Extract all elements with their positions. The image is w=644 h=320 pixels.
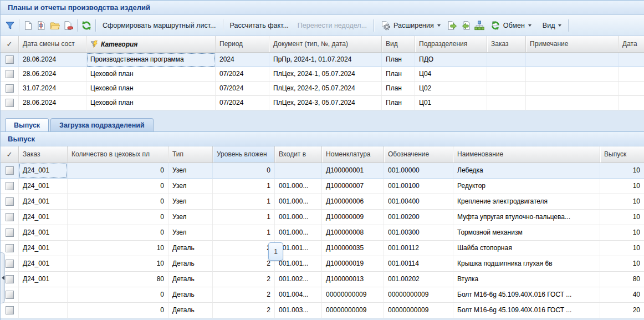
- table-cell[interactable]: 2: [213, 241, 275, 256]
- table-cell[interactable]: 001.00300: [384, 225, 453, 241]
- table-row[interactable]: Д24_0010Узел0Д100000001001.00000Лебедка1…: [1, 163, 644, 179]
- table-row[interactable]: 31.07.2024Цеховой план07/2024ПлЦех, 2024…: [1, 82, 644, 96]
- extensions-button[interactable]: Расширения: [376, 18, 445, 33]
- tab-zagruzka-podrazdeleniy[interactable]: Загрузка подразделений: [50, 118, 154, 131]
- table-cell[interactable]: 10: [600, 194, 644, 210]
- table-cell[interactable]: План: [382, 53, 415, 67]
- table-cell[interactable]: Д24_001: [19, 163, 68, 179]
- hierarchy-button[interactable]: [473, 18, 486, 33]
- table-row[interactable]: Д24_00110Деталь2001.001...Д100000035001.…: [1, 241, 644, 256]
- table-cell[interactable]: 0: [68, 225, 168, 241]
- table-cell[interactable]: Д24_001: [19, 241, 68, 256]
- column-header[interactable]: Заказ: [19, 146, 68, 162]
- table-cell[interactable]: Д100000007: [322, 179, 384, 194]
- table-cell[interactable]: Цеховой план: [86, 82, 216, 96]
- table-cell[interactable]: [526, 96, 619, 110]
- table-cell[interactable]: Д100000001: [322, 163, 384, 179]
- column-header[interactable]: Документ (тип, №, дата): [269, 36, 382, 52]
- table-cell[interactable]: Д100000019: [322, 256, 384, 272]
- table-cell[interactable]: [487, 53, 526, 67]
- table-cell[interactable]: 07/2024: [216, 96, 269, 110]
- table-cell[interactable]: [275, 163, 322, 179]
- table-cell[interactable]: [487, 96, 526, 110]
- table-cell[interactable]: 00000000009: [384, 303, 453, 318]
- row-checkbox[interactable]: [6, 166, 14, 175]
- table-cell[interactable]: 28.06.2024: [19, 67, 86, 82]
- table-cell[interactable]: 28.06.2024: [19, 96, 86, 110]
- table-cell[interactable]: 0: [68, 163, 168, 179]
- table-cell[interactable]: 001.002...: [275, 272, 322, 287]
- table-cell[interactable]: 001.000...: [275, 210, 322, 225]
- table-row[interactable]: Д24_00110Деталь2001.001...Д100000019001.…: [1, 256, 644, 272]
- table-cell[interactable]: 0: [213, 163, 275, 179]
- row-checkbox[interactable]: [6, 84, 14, 93]
- table-cell[interactable]: Производственная программа: [86, 53, 216, 67]
- table-cell[interactable]: 10: [68, 256, 168, 272]
- splitter-collapse-handle[interactable]: [1, 252, 5, 303]
- table-cell[interactable]: [619, 53, 644, 67]
- table-cell[interactable]: 80: [600, 272, 644, 287]
- table-cell[interactable]: 10: [600, 179, 644, 194]
- table-cell[interactable]: 20: [600, 303, 644, 318]
- table-cell[interactable]: Д24_001: [19, 225, 68, 241]
- tab-vypusk[interactable]: Выпуск: [5, 118, 49, 131]
- table-cell[interactable]: Д24_001: [19, 194, 68, 210]
- table-cell[interactable]: Узел: [168, 225, 213, 241]
- table-cell[interactable]: [526, 53, 619, 67]
- table-cell[interactable]: Д24_001: [19, 256, 68, 272]
- column-header[interactable]: Период: [216, 36, 269, 52]
- table-cell[interactable]: 10: [600, 241, 644, 256]
- table-cell[interactable]: 00000000009: [384, 287, 453, 303]
- table-cell[interactable]: План: [382, 82, 415, 96]
- column-header[interactable]: ✓: [1, 146, 19, 162]
- table-cell[interactable]: 001.004...: [275, 287, 322, 303]
- view-button[interactable]: Вид: [538, 18, 566, 33]
- table-cell[interactable]: 2: [213, 272, 275, 287]
- table-cell[interactable]: [19, 287, 68, 303]
- table-cell[interactable]: [619, 67, 644, 82]
- table-cell[interactable]: 001.000...: [275, 194, 322, 210]
- row-checkbox[interactable]: [6, 291, 14, 299]
- import-button[interactable]: [459, 18, 473, 33]
- table-cell[interactable]: ПлЦех, 2024-2, 05.07.2024: [269, 82, 382, 96]
- table-cell[interactable]: Лебедка: [453, 163, 600, 179]
- export-button[interactable]: [445, 18, 459, 33]
- table-cell[interactable]: 001.00112: [384, 241, 453, 256]
- table-cell[interactable]: 001.00100: [384, 179, 453, 194]
- table-row[interactable]: 0Деталь2001.004...0000000000900000000009…: [1, 287, 644, 303]
- table-cell[interactable]: Деталь: [168, 303, 213, 318]
- table-cell[interactable]: Муфта упругая втулочно-пальцева...: [453, 210, 600, 225]
- table-cell[interactable]: 40: [600, 287, 644, 303]
- table-cell[interactable]: Деталь: [168, 241, 213, 256]
- column-header[interactable]: Уровень вложен: [213, 146, 275, 162]
- column-header[interactable]: Обозначение: [384, 146, 453, 162]
- table-row[interactable]: 28.06.2024Цеховой план07/2024ПлЦех, 2024…: [1, 96, 644, 110]
- table-cell[interactable]: Втулка: [453, 272, 600, 287]
- table-cell[interactable]: Деталь: [168, 272, 213, 287]
- column-header[interactable]: Вид: [382, 36, 415, 52]
- table-cell[interactable]: 07/2024: [216, 82, 269, 96]
- table-cell[interactable]: Ц01: [415, 96, 487, 110]
- edit-document-button[interactable]: [35, 18, 48, 33]
- table-cell[interactable]: ПлЦех, 2024-1, 05.07.2024: [269, 67, 382, 82]
- create-route-list-button[interactable]: Сформировать маршрутный лист...: [98, 18, 221, 33]
- column-header[interactable]: Номенклатура: [322, 146, 384, 162]
- row-checkbox[interactable]: [6, 213, 14, 221]
- column-header[interactable]: ✓: [1, 36, 19, 52]
- table-cell[interactable]: 1: [213, 194, 275, 210]
- table-cell[interactable]: 1: [213, 210, 275, 225]
- table-cell[interactable]: 10: [68, 241, 168, 256]
- table-cell[interactable]: ПДО: [415, 53, 487, 67]
- table-cell[interactable]: Д100000009: [322, 210, 384, 225]
- table-cell[interactable]: 001.000...: [275, 179, 322, 194]
- table-row[interactable]: 0Деталь2001.003...0000000000900000000009…: [1, 303, 644, 318]
- table-cell[interactable]: 10: [600, 210, 644, 225]
- table-cell[interactable]: 0: [68, 179, 168, 194]
- refresh-button[interactable]: [80, 18, 93, 33]
- table-cell[interactable]: 2: [213, 287, 275, 303]
- table-cell[interactable]: Деталь: [168, 256, 213, 272]
- table-row[interactable]: 28.06.2024Цеховой план07/2024ПлЦех, 2024…: [1, 67, 644, 82]
- table-cell[interactable]: Цеховой план: [86, 96, 216, 110]
- row-checkbox[interactable]: [6, 70, 14, 78]
- table-cell[interactable]: Д24_001: [19, 210, 68, 225]
